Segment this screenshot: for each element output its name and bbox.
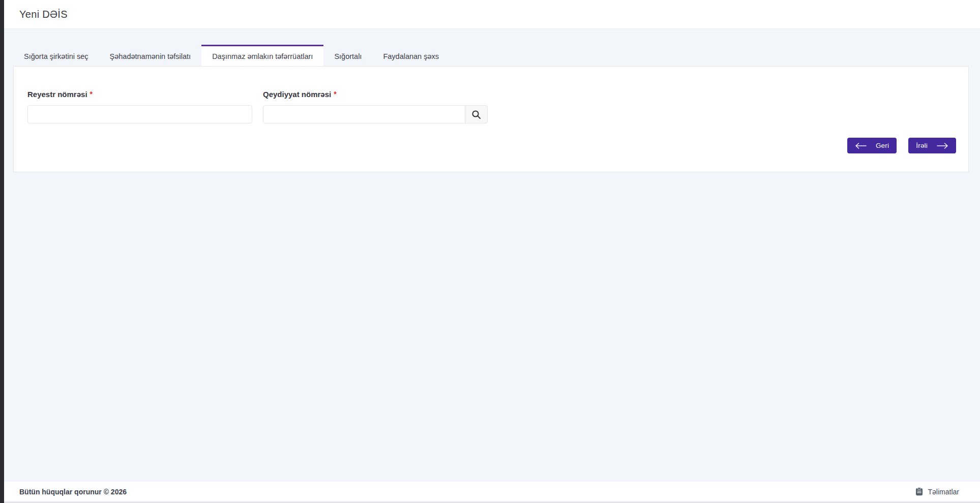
- registry-number-label: Reyestr nömrəsi *: [27, 90, 252, 99]
- field-label-text: Qeydiyyat nömrəsi: [263, 90, 331, 99]
- registry-number-field-group: Reyestr nömrəsi *: [27, 90, 252, 123]
- tab-certificate-details[interactable]: Şəhadətnamənin təfsilatı: [99, 45, 202, 66]
- instructions-label: Təlimatlar: [928, 488, 959, 496]
- property-details-panel: Reyestr nömrəsi * Qeydiyyat nömrəsi *: [13, 66, 969, 172]
- back-button-label: Geri: [876, 142, 889, 149]
- registration-number-input[interactable]: [263, 105, 465, 123]
- tab-beneficiary[interactable]: Faydalanan şəxs: [372, 45, 450, 66]
- search-button[interactable]: [465, 105, 488, 123]
- registration-number-field-group: Qeydiyyat nömrəsi *: [263, 90, 488, 123]
- back-button[interactable]: Geri: [847, 138, 897, 153]
- registration-number-input-group: [263, 105, 488, 123]
- tab-label: Şəhadətnamənin təfsilatı: [110, 52, 191, 60]
- copyright-text: Bütün hüquqlar qorunur © 2026: [19, 488, 127, 496]
- app-header: Yeni DƏİS: [4, 0, 980, 29]
- tab-insurance-company-select[interactable]: Sığorta şirkətini seç: [13, 45, 99, 66]
- field-label-text: Reyestr nömrəsi: [27, 90, 87, 99]
- tab-insured-person[interactable]: Sığortalı: [323, 45, 372, 66]
- tab-label: Daşınmaz əmlakın təfərrüatları: [212, 52, 313, 60]
- tab-label: Faydalanan şəxs: [383, 52, 439, 60]
- next-button-label: İrəli: [916, 142, 928, 149]
- clipboard-icon: [915, 487, 923, 496]
- wizard-navigation: Geri İrəli: [27, 138, 956, 153]
- registry-number-input[interactable]: [27, 105, 252, 123]
- instructions-link[interactable]: Təlimatlar: [915, 487, 959, 496]
- page-title: Yeni DƏİS: [19, 9, 68, 20]
- search-icon: [471, 110, 481, 119]
- collapsed-sidebar-rail: [0, 0, 4, 503]
- required-marker: *: [334, 90, 336, 98]
- tab-label: Sığortalı: [334, 52, 362, 60]
- next-button[interactable]: İrəli: [908, 138, 956, 153]
- arrow-right-icon: [937, 143, 948, 149]
- tab-label: Sığorta şirkətini seç: [24, 52, 88, 60]
- required-marker: *: [90, 90, 93, 98]
- wizard-tab-bar: Sığorta şirkətini seç Şəhadətnamənin təf…: [13, 45, 450, 66]
- form-row: Reyestr nömrəsi * Qeydiyyat nömrəsi *: [27, 90, 956, 123]
- tab-property-details[interactable]: Daşınmaz əmlakın təfərrüatları: [201, 45, 323, 66]
- app-footer: Bütün hüquqlar qorunur © 2026 Təlimatlar: [4, 482, 980, 503]
- registration-number-label: Qeydiyyat nömrəsi *: [263, 90, 488, 99]
- arrow-left-icon: [855, 143, 867, 149]
